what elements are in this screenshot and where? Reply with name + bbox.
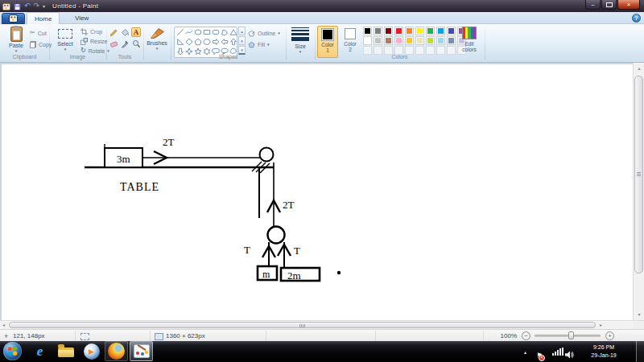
work-area: ▴ ▾: [0, 63, 644, 320]
color1-button[interactable]: Color 1: [317, 26, 338, 58]
qat-dropdown-icon[interactable]: ▾: [43, 4, 45, 9]
palette-swatch-b97a57[interactable]: [384, 36, 393, 45]
rotate-button[interactable]: ↻ Rotate ▾: [80, 47, 109, 54]
redo-icon[interactable]: ↷: [34, 2, 40, 10]
palette-swatch-ffaec9[interactable]: [394, 36, 403, 45]
shape-right-triangle-icon[interactable]: [175, 37, 184, 47]
resize-button[interactable]: Resize: [80, 38, 107, 45]
shape-triangle-icon[interactable]: [229, 27, 237, 37]
palette-swatch-ff7f27[interactable]: [405, 27, 414, 35]
shape-pentagon-icon[interactable]: [193, 37, 202, 47]
scroll-left-icon[interactable]: ◂: [2, 321, 5, 329]
close-button[interactable]: ×: [617, 0, 640, 10]
palette-swatch-c3c3c3[interactable]: [374, 36, 382, 45]
zoom-out-button[interactable]: −: [522, 331, 530, 340]
help-icon[interactable]: ?: [632, 14, 641, 23]
palette-swatch-22b14c[interactable]: [426, 27, 435, 35]
action-center-icon[interactable]: ⚑: [536, 352, 543, 360]
shape-curve-icon[interactable]: [184, 27, 193, 37]
shapes-scroll-up-icon[interactable]: ▴: [238, 27, 246, 35]
paste-icon: [10, 27, 23, 42]
shape-rectangle-icon[interactable]: [202, 27, 211, 37]
shape-arrow-up-icon[interactable]: [229, 37, 237, 47]
palette-swatch-3f48cc[interactable]: [447, 27, 456, 35]
paint-app-icon[interactable]: [2, 0, 10, 13]
magnifier-tool[interactable]: [131, 39, 141, 48]
shape-hexagon-icon[interactable]: [202, 37, 211, 47]
shape-line-icon[interactable]: [175, 27, 184, 37]
crop-button[interactable]: Crop: [80, 28, 102, 35]
palette-swatch-00a2e8[interactable]: [436, 27, 445, 35]
vertical-scrollbar[interactable]: ▴ ▾: [633, 63, 644, 320]
vertical-scrollbar-thumb[interactable]: [634, 76, 643, 274]
edit-colors-button[interactable]: Edit colors: [456, 26, 482, 58]
palette-swatch-000000[interactable]: [363, 27, 372, 35]
windows-logo-icon: [8, 347, 18, 356]
minimize-button[interactable]: –: [585, 0, 601, 10]
select-button[interactable]: Select ▾: [53, 27, 77, 51]
shape-diamond-icon[interactable]: [184, 37, 193, 47]
palette-swatch-fff200[interactable]: [415, 27, 424, 35]
image-size-icon: [155, 333, 163, 340]
palette-swatch-efe4b0[interactable]: [415, 36, 424, 45]
taskbar-media-player[interactable]: ▶: [80, 341, 103, 361]
taskbar-internet-explorer[interactable]: e: [28, 341, 52, 361]
paint-canvas[interactable]: [2, 64, 633, 320]
colors-group-label: Colors: [315, 54, 485, 60]
horizontal-scrollbar-thumb[interactable]: [9, 322, 596, 328]
palette-swatch-880015[interactable]: [384, 27, 393, 35]
palette-swatch-b5e61d[interactable]: [426, 36, 435, 45]
clipboard-group-label: Clipboard: [0, 54, 49, 60]
start-button[interactable]: [3, 342, 22, 360]
maximize-button[interactable]: [601, 0, 617, 10]
paste-button[interactable]: Paste ▾: [4, 27, 28, 53]
hidden-icons-button[interactable]: ▴: [524, 349, 526, 355]
brushes-button[interactable]: Brushes ▾: [145, 27, 169, 51]
save-icon[interactable]: [14, 0, 21, 13]
palette-swatch-ffffff[interactable]: [363, 36, 372, 45]
tab-view[interactable]: View: [68, 13, 96, 24]
horizontal-scrollbar[interactable]: ◂ ▸: [0, 320, 633, 329]
application-menu-button[interactable]: [2, 13, 25, 24]
zoom-slider-track[interactable]: [535, 335, 601, 337]
palette-swatch-99d9ea[interactable]: [436, 36, 445, 45]
taskbar-firefox[interactable]: [105, 341, 128, 361]
shape-fill-button[interactable]: Fill ▾: [248, 41, 269, 48]
scroll-down-icon[interactable]: ▾: [634, 312, 644, 317]
undo-icon[interactable]: ↶: [24, 2, 31, 10]
shape-rounded-rectangle-icon[interactable]: [211, 27, 220, 37]
internet-explorer-icon: e: [37, 343, 43, 360]
cut-button[interactable]: ✂ Cut: [30, 30, 47, 36]
taskbar-clock[interactable]: 9:26 PM 29-Jan-19: [580, 343, 628, 360]
palette-swatch-ed1c24[interactable]: [394, 27, 403, 35]
palette-swatch-ffc90e[interactable]: [405, 36, 414, 45]
shape-polygon-icon[interactable]: [220, 27, 229, 37]
show-desktop-button[interactable]: [636, 341, 644, 362]
eraser-tool[interactable]: [109, 39, 118, 48]
size-button[interactable]: Size ▾: [288, 27, 312, 54]
palette-swatch-7092be[interactable]: [447, 36, 456, 45]
status-bar: + 121, 148px 1360 × 623px 100% − +: [0, 329, 644, 341]
scroll-right-icon[interactable]: ▸: [600, 321, 602, 329]
shapes-scroll-down-icon[interactable]: ▾: [238, 36, 246, 45]
clock-date: 29-Jan-19: [580, 352, 628, 360]
taskbar-file-explorer[interactable]: [54, 341, 77, 361]
scroll-up-icon[interactable]: ▴: [634, 66, 644, 71]
tab-home[interactable]: Home: [27, 12, 60, 24]
network-icon[interactable]: [552, 348, 564, 356]
color-picker-tool[interactable]: [120, 39, 130, 48]
pencil-tool[interactable]: [109, 27, 118, 37]
text-tool[interactable]: A: [131, 27, 141, 37]
volume-icon[interactable]: [565, 348, 575, 362]
palette-swatch-7f7f7f[interactable]: [374, 27, 382, 35]
shape-arrow-right-icon[interactable]: [211, 37, 220, 47]
shape-oval-icon[interactable]: [193, 27, 202, 37]
fill-bucket-tool[interactable]: [120, 27, 130, 37]
copy-button[interactable]: Copy: [30, 41, 52, 48]
taskbar-paint[interactable]: [130, 341, 153, 361]
shape-arrow-left-icon[interactable]: [220, 37, 229, 47]
shape-outline-button[interactable]: Outline ▾: [248, 30, 280, 37]
color2-button[interactable]: Color 2: [341, 26, 360, 58]
zoom-slider-thumb[interactable]: [568, 331, 574, 339]
zoom-in-button[interactable]: +: [605, 331, 614, 340]
